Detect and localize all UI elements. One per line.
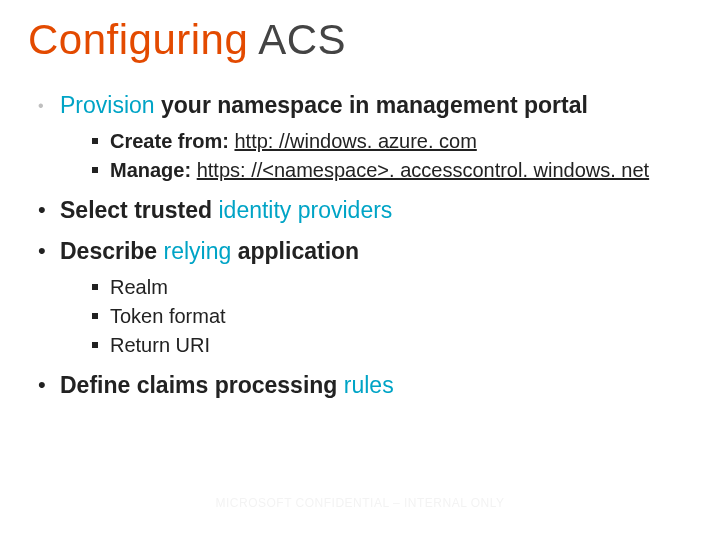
sub-create-link[interactable]: http: //windows. azure. com xyxy=(234,130,476,152)
bullet-describe: Describe relying application Realm Token… xyxy=(32,236,692,360)
sub-return-uri: Return URI xyxy=(90,331,692,360)
bullet-describe-lead: Describe xyxy=(60,238,164,264)
footer-confidential: MICROSOFT CONFIDENTIAL – INTERNAL ONLY xyxy=(0,496,720,510)
bullet-define-rules: Define claims processing rules xyxy=(32,370,692,401)
bullet-define-lead: Define claims processing xyxy=(60,372,344,398)
bullet-select-accent: identity providers xyxy=(219,197,393,223)
slide-body: Provision your namespace in management p… xyxy=(28,90,692,401)
bullet-provision: Provision your namespace in management p… xyxy=(32,90,692,185)
title-part-2: ACS xyxy=(258,16,346,63)
provision-sublist: Create from: http: //windows. azure. com… xyxy=(60,127,692,185)
bullet-list: Provision your namespace in management p… xyxy=(32,90,692,401)
sub-manage-link[interactable]: https: //<namespace>. accesscontrol. win… xyxy=(197,159,649,181)
bullet-describe-rest: application xyxy=(231,238,359,264)
sub-manage: Manage: https: //<namespace>. accesscont… xyxy=(90,156,692,185)
sub-manage-label: Manage: xyxy=(110,159,197,181)
sub-create-label: Create from: xyxy=(110,130,234,152)
sub-realm: Realm xyxy=(90,273,692,302)
bullet-select-lead: Select trusted xyxy=(60,197,219,223)
bullet-provision-lead: Provision xyxy=(60,92,155,118)
sub-token-format: Token format xyxy=(90,302,692,331)
slide: Configuring ACS Provision your namespace… xyxy=(0,0,720,540)
bullet-describe-accent: relying xyxy=(164,238,232,264)
describe-sublist: Realm Token format Return URI xyxy=(60,273,692,360)
title-part-1: Configuring xyxy=(28,16,258,63)
bullet-provision-rest: your namespace in management portal xyxy=(155,92,588,118)
bullet-select-trusted: Select trusted identity providers xyxy=(32,195,692,226)
sub-create-from: Create from: http: //windows. azure. com xyxy=(90,127,692,156)
slide-title: Configuring ACS xyxy=(28,18,692,62)
bullet-define-accent: rules xyxy=(344,372,394,398)
